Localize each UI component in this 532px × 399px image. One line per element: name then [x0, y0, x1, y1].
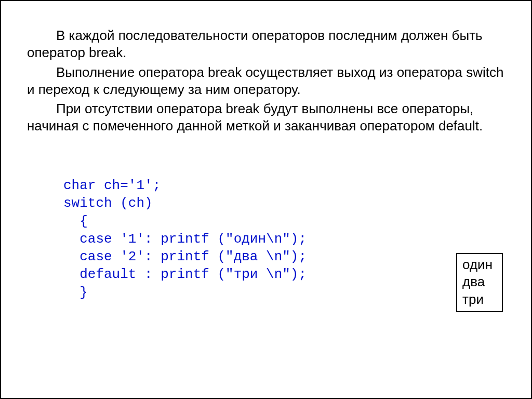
output-box: один два три [456, 253, 503, 312]
code-line-5: case '2': printf ("два \n"); [63, 249, 307, 264]
output-line-2: два [462, 273, 493, 290]
slide: В каждой последовательности операторов п… [0, 0, 532, 399]
paragraph-3: При отсутствии оператора break будут вып… [27, 100, 505, 135]
code-line-3: { [63, 214, 88, 229]
paragraph-2: Выполнение оператора break осуществляет … [27, 64, 505, 99]
output-line-1: один [462, 256, 493, 273]
code-line-7: } [63, 285, 88, 300]
paragraph-1: В каждой последовательности операторов п… [27, 27, 505, 62]
code-line-6: default : printf ("три \n"); [63, 267, 307, 282]
code-line-2: switch (ch) [63, 195, 153, 211]
code-block: char ch='1'; switch (ch) { case '1': pri… [63, 159, 505, 302]
code-line-1: char ch='1'; [63, 178, 161, 193]
code-line-4: case '1': printf ("один\n"); [63, 231, 307, 247]
output-line-3: три [462, 291, 493, 308]
prose-block: В каждой последовательности операторов п… [27, 27, 505, 135]
